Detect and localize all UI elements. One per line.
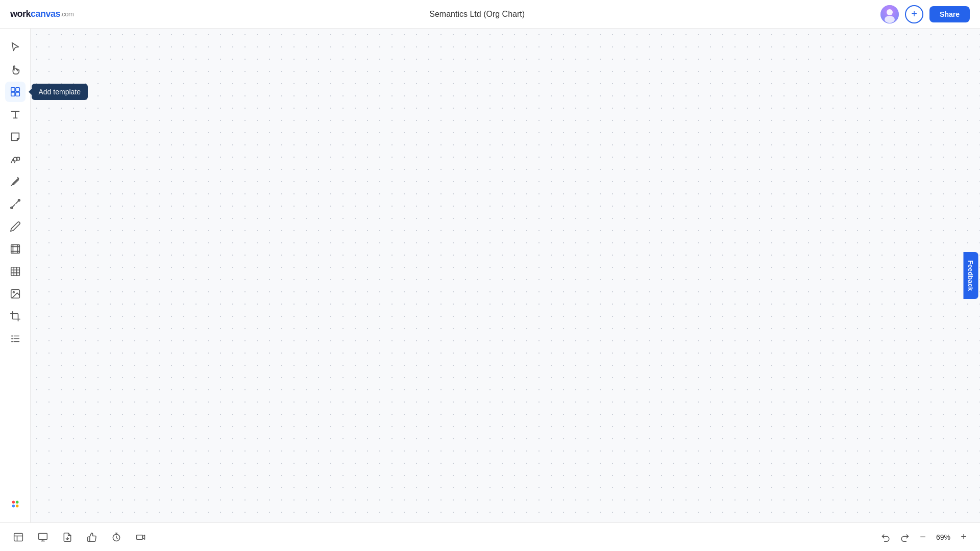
- svg-point-24: [12, 505, 14, 508]
- undo-button[interactable]: [878, 529, 894, 545]
- select-tool[interactable]: [5, 37, 26, 57]
- share-button[interactable]: Share: [929, 6, 970, 22]
- svg-rect-13: [11, 267, 19, 276]
- svg-point-20: [11, 338, 13, 340]
- table-tool[interactable]: [5, 261, 26, 282]
- bottom-bar: − 69% +: [0, 522, 980, 551]
- logo-work: work: [10, 9, 31, 19]
- svg-point-1: [887, 9, 893, 15]
- apps-tool[interactable]: [5, 494, 26, 514]
- export-tool[interactable]: [57, 527, 78, 547]
- page-title: Semantics Ltd (Org Chart): [429, 10, 525, 19]
- shapes-tool[interactable]: [5, 149, 26, 169]
- video-tool[interactable]: [131, 527, 151, 547]
- canvas-area[interactable]: [31, 29, 980, 522]
- zoom-out-button[interactable]: −: [915, 529, 931, 545]
- svg-rect-5: [11, 92, 14, 96]
- svg-point-23: [15, 501, 18, 504]
- zoom-in-button[interactable]: +: [955, 529, 972, 545]
- svg-point-21: [11, 341, 13, 342]
- bottom-right-controls: − 69% +: [878, 529, 972, 545]
- svg-point-15: [13, 291, 14, 293]
- svg-point-22: [12, 501, 14, 504]
- avatar[interactable]: [880, 5, 899, 23]
- add-button[interactable]: +: [905, 5, 923, 23]
- frame-tool[interactable]: [5, 239, 26, 259]
- template-tool[interactable]: Add template: [5, 82, 26, 102]
- reactions-tool[interactable]: [82, 527, 102, 547]
- svg-rect-3: [11, 88, 14, 91]
- panels-tool[interactable]: [8, 527, 29, 547]
- sticky-note-tool[interactable]: [5, 127, 26, 147]
- feedback-tab[interactable]: Feedback: [964, 252, 978, 299]
- svg-rect-26: [14, 533, 23, 541]
- timer-tool[interactable]: [106, 527, 127, 547]
- app-header: workcanvas.com Semantics Ltd (Org Chart)…: [0, 0, 980, 29]
- svg-rect-6: [15, 92, 19, 96]
- svg-rect-4: [15, 88, 19, 91]
- crop-tool[interactable]: [5, 306, 26, 327]
- sidebar: Add template: [0, 29, 31, 522]
- zoom-level[interactable]: 69%: [933, 533, 953, 541]
- present-tool[interactable]: [33, 527, 53, 547]
- logo-com: .com: [60, 10, 74, 18]
- pencil-tool[interactable]: [5, 216, 26, 237]
- image-tool[interactable]: [5, 284, 26, 304]
- text-tool[interactable]: [5, 104, 26, 124]
- redo-button[interactable]: [896, 529, 913, 545]
- header-actions: + Share: [880, 5, 970, 23]
- connector-tool[interactable]: [5, 194, 26, 214]
- list-tool[interactable]: [5, 329, 26, 349]
- svg-rect-12: [11, 245, 19, 254]
- svg-rect-29: [137, 535, 143, 539]
- svg-point-2: [885, 16, 895, 23]
- svg-point-19: [11, 335, 13, 337]
- svg-rect-27: [39, 533, 47, 539]
- app-logo: workcanvas.com: [10, 9, 74, 19]
- hand-tool[interactable]: [5, 59, 26, 80]
- logo-canvas: canvas: [31, 9, 60, 19]
- svg-point-25: [15, 505, 18, 508]
- pen-tool[interactable]: [5, 171, 26, 192]
